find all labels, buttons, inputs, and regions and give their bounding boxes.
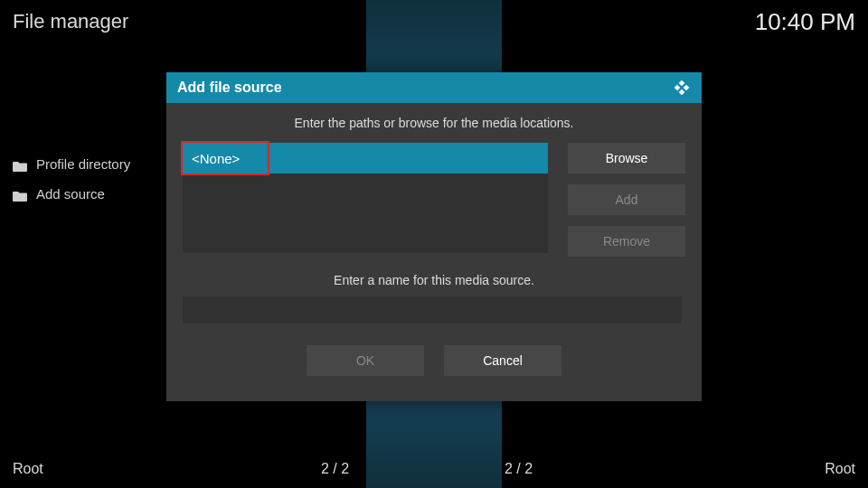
cancel-button[interactable]: Cancel	[444, 345, 561, 376]
ok-button[interactable]: OK	[307, 345, 424, 376]
sidebar-item-add-source[interactable]: Add source	[13, 179, 166, 209]
dialog-title: Add file source	[177, 80, 282, 96]
page-title: File manager	[13, 10, 128, 33]
remove-button[interactable]: Remove	[568, 226, 685, 257]
source-name-input[interactable]	[183, 296, 682, 324]
paths-instruction: Enter the paths or browse for the media …	[183, 116, 685, 130]
add-button[interactable]: Add	[568, 184, 685, 215]
path-entry-selected[interactable]: <None>	[183, 143, 548, 174]
dialog-footer: OK Cancel	[183, 345, 685, 376]
sidebar-item-label: Add source	[36, 186, 105, 202]
status-count-right: 2 / 2	[505, 461, 533, 477]
dialog-header: Add file source	[166, 72, 702, 103]
status-bar: Root 2 / 2 2 / 2 Root	[0, 450, 868, 488]
kodi-logo-icon	[673, 79, 691, 97]
sidebar-item-profile-directory[interactable]: Profile directory	[13, 149, 166, 179]
paths-buttons-column: Browse Add Remove	[568, 143, 685, 257]
paths-row: <None> Browse Add Remove	[183, 143, 685, 257]
folder-icon	[13, 159, 27, 170]
status-count-left: 2 / 2	[321, 461, 349, 477]
sidebar-item-label: Profile directory	[36, 156, 130, 172]
left-source-list: Profile directory Add source	[13, 149, 166, 209]
status-root-left: Root	[13, 461, 43, 477]
browse-button[interactable]: Browse	[568, 143, 685, 174]
folder-icon	[13, 189, 27, 200]
status-root-right: Root	[825, 461, 855, 477]
header-bar: File manager 10:40 PM	[0, 0, 868, 43]
name-instruction: Enter a name for this media source.	[183, 273, 685, 287]
paths-list: <None>	[183, 143, 548, 253]
add-file-source-dialog: Add file source Enter the paths or brows…	[166, 72, 702, 401]
dialog-body: Enter the paths or browse for the media …	[166, 103, 702, 389]
clock-time: 10:40 PM	[755, 8, 855, 36]
